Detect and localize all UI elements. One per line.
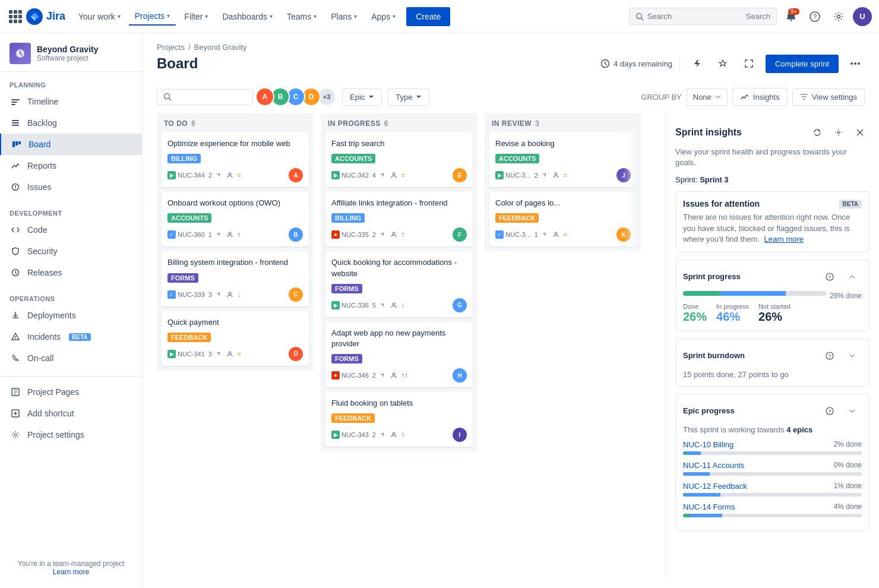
svg-point-33 xyxy=(165,94,170,99)
card-title: Adapt web app no new payments provider xyxy=(331,328,467,349)
search-box[interactable]: Search xyxy=(629,8,777,25)
card[interactable]: Fast trip search ACCOUNTS ▶ NUC-342 4 = … xyxy=(325,132,473,187)
sidebar-item-project-pages[interactable]: Project Pages xyxy=(0,381,142,403)
insights-close-btn[interactable] xyxy=(850,123,869,142)
sidebar-item-incidents[interactable]: Incidents BETA xyxy=(0,326,142,347)
star-btn[interactable] xyxy=(713,54,732,73)
subtask-icon xyxy=(216,172,223,179)
nav-apps[interactable]: Apps ▾ xyxy=(365,8,401,25)
progress-help-btn[interactable]: ? xyxy=(820,267,839,286)
fullscreen-btn[interactable] xyxy=(739,54,758,73)
apps-grid-btn[interactable] xyxy=(7,8,24,25)
board-icon xyxy=(11,138,23,150)
epic-name[interactable]: NUC-14 Forms xyxy=(683,502,735,511)
people-icon xyxy=(226,350,233,358)
help-btn[interactable]: ? xyxy=(805,7,824,26)
epic-name[interactable]: NUC-12 Feedback xyxy=(683,482,747,491)
nav-dashboards[interactable]: Dashboards ▾ xyxy=(216,8,279,25)
code-icon xyxy=(10,224,21,236)
search-input[interactable] xyxy=(647,12,742,21)
sidebar-item-reports[interactable]: Reports xyxy=(0,155,142,176)
groupby-select[interactable]: None xyxy=(687,88,728,106)
board-search[interactable] xyxy=(157,89,253,105)
create-button[interactable]: Create xyxy=(406,7,450,26)
nav-teams[interactable]: Teams ▾ xyxy=(281,8,322,25)
epic-collapse-btn[interactable] xyxy=(843,402,862,421)
card[interactable]: Color of pages lo... FEEDBACK ✓ NUC-3...… xyxy=(489,192,637,246)
member-avatar-1[interactable]: A xyxy=(255,87,274,106)
insights-refresh-btn[interactable] xyxy=(808,123,827,142)
add-shortcut-icon xyxy=(10,407,21,419)
card-tag: BILLING xyxy=(167,154,201,163)
progress-collapse-btn[interactable] xyxy=(843,267,862,286)
nav-filter[interactable]: Filter ▾ xyxy=(178,8,214,25)
sidebar-item-code[interactable]: Code xyxy=(0,219,142,241)
card-title: Quick booking for accommodations - websi… xyxy=(331,257,467,279)
breadcrumb-projects[interactable]: Projects xyxy=(157,43,185,52)
card[interactable]: Affiliate links integration - frontend B… xyxy=(325,192,473,246)
card-tag: ACCOUNTS xyxy=(331,154,375,163)
card[interactable]: Revise a booking ACCOUNTS ▶ NUC-3... 2 =… xyxy=(489,132,637,187)
notifications-btn[interactable]: 9+ xyxy=(782,7,801,26)
lightning-icon xyxy=(692,59,701,68)
attention-learn-more[interactable]: Learn more xyxy=(764,235,804,244)
insights-gear-icon xyxy=(834,128,843,137)
epic-name[interactable]: NUC-11 Accounts xyxy=(683,461,744,470)
sidebar-item-timeline[interactable]: Timeline xyxy=(0,91,142,112)
card-id: ▶ NUC-343 xyxy=(331,431,369,439)
insights-settings-btn[interactable] xyxy=(829,123,848,142)
subtask-icon xyxy=(216,350,223,358)
nav-plans[interactable]: Plans ▾ xyxy=(325,8,363,25)
lightning-btn[interactable] xyxy=(687,54,706,73)
epic-filter[interactable]: Epic xyxy=(342,88,382,106)
board-search-input[interactable] xyxy=(175,93,246,102)
nav-your-work[interactable]: Your work ▾ xyxy=(72,8,127,25)
burndown-title: Sprint burndown xyxy=(683,351,745,360)
insights-icon xyxy=(740,92,750,102)
settings-btn[interactable] xyxy=(829,7,848,26)
card[interactable]: Onboard workout options (OWO) ACCOUNTS ✓… xyxy=(162,192,309,246)
burndown-help-btn[interactable]: ? xyxy=(820,346,839,365)
type-filter[interactable]: Type xyxy=(388,88,429,106)
sidebar-item-project-settings[interactable]: Project settings xyxy=(0,424,142,445)
svg-point-41 xyxy=(219,352,220,353)
more-options-btn[interactable] xyxy=(846,54,865,73)
card-id: ✓ NUC-3... xyxy=(495,230,531,239)
sidebar-item-deployments[interactable]: Deployments xyxy=(0,305,142,326)
board-column-inprogress: IN PROGRESS6 Fast trip search ACCOUNTS ▶… xyxy=(321,113,478,451)
sidebar-item-issues[interactable]: Issues xyxy=(0,176,142,198)
card[interactable]: Billing system integration - frontend FO… xyxy=(162,251,309,306)
progress-chevron-icon xyxy=(849,275,855,279)
card[interactable]: Adapt web app no new payments provider F… xyxy=(325,322,473,387)
avatar[interactable]: U xyxy=(853,7,872,26)
sidebar-item-backlog[interactable]: Backlog xyxy=(0,112,142,134)
clock-icon xyxy=(600,59,610,68)
groupby-chevron-icon xyxy=(715,95,721,99)
complete-sprint-button[interactable]: Complete sprint xyxy=(766,55,839,73)
card[interactable]: Optimize experience for mobile web BILLI… xyxy=(162,132,309,187)
sidebar-item-security[interactable]: Security xyxy=(0,241,142,262)
jira-logo[interactable]: Jira xyxy=(26,8,65,25)
breadcrumb-project[interactable]: Beyond Gravity xyxy=(194,43,247,52)
nav-projects[interactable]: Projects ▾ xyxy=(129,8,176,26)
card[interactable]: Quick payment FEEDBACK ▶ NUC-341 3 = D xyxy=(162,311,309,366)
epic-name[interactable]: NUC-10 Billing xyxy=(683,440,733,449)
sidebar-item-releases[interactable]: Releases xyxy=(0,262,142,283)
insights-button[interactable]: Insights xyxy=(732,88,788,106)
page-title-row: Board 4 days remaining xyxy=(157,54,865,73)
sidebar-item-add-shortcut[interactable]: Add shortcut xyxy=(0,403,142,424)
timeline-icon xyxy=(10,96,21,108)
learn-more-link[interactable]: Learn more xyxy=(53,568,89,576)
epic-help-btn[interactable]: ? xyxy=(820,402,839,421)
board-right-toolbar: GROUP BY None Insights View settings xyxy=(641,88,865,106)
column-title-todo: TO DO xyxy=(164,119,188,128)
planning-section: PLANNING Timeline Backlog Board xyxy=(0,72,142,200)
card[interactable]: Fluid booking on tablets FEEDBACK ▶ NUC-… xyxy=(325,392,473,447)
project-header: Beyond Gravity Software project xyxy=(0,33,142,72)
burndown-collapse-btn[interactable] xyxy=(843,346,862,365)
view-settings-button[interactable]: View settings xyxy=(792,88,865,106)
card[interactable]: Quick booking for accommodations - websi… xyxy=(325,251,473,317)
card-id: ▶ NUC-344 xyxy=(167,171,205,179)
sidebar-item-board[interactable]: Board xyxy=(0,134,142,155)
sidebar-item-oncall[interactable]: On-call xyxy=(0,347,142,369)
